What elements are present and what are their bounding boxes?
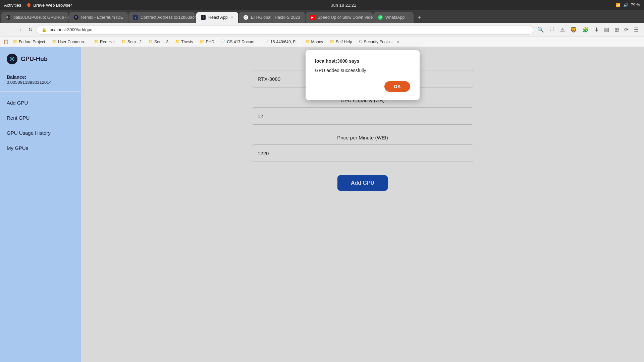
dialog-ok-button[interactable]: OK (384, 81, 410, 92)
title-bar-left: Activities Brave Web Browser (4, 3, 72, 8)
tab-bar: GH pali101/GPUHub: GPUHub - D... R Remix… (0, 10, 644, 23)
tab-close-react[interactable]: ✕ (230, 15, 233, 20)
bookmark-shield-icon: 🛡 (359, 40, 363, 44)
bookmark-label: CS 417 Docum... (227, 40, 258, 44)
download-button[interactable]: ⬇ (592, 25, 601, 34)
search-button[interactable]: 🔍 (535, 25, 546, 34)
menu-button[interactable]: ☰ (632, 25, 641, 34)
bookmark-folder-icon: 📁 (200, 40, 204, 44)
bookmarks-more[interactable]: » (397, 39, 399, 44)
bookmark-label: Security Engin... (364, 40, 393, 44)
tab-remix[interactable]: R Remix - Ethereum IDE (69, 12, 128, 23)
balance-value: 0.00509118830312014 (7, 80, 74, 85)
tab-youtube[interactable]: ▶ Speed Up or Slow Down Vide... (306, 12, 373, 23)
tab-whatsapp[interactable]: W WhatsApp (373, 12, 414, 23)
bookmark-phd[interactable]: 📁 PHD (197, 39, 217, 45)
brave-icon (26, 3, 31, 7)
browser-name: Brave Web Browser (26, 3, 72, 8)
history-button[interactable]: ⟳ (622, 25, 631, 34)
app-container: GPU-Hub Balance: 0.00509118830312014 Add… (0, 47, 644, 362)
bookmark-fedora[interactable]: 📁 Fedora Project (10, 39, 48, 45)
tab-label-github: pali101/GPUHub: GPUHub - D... (13, 15, 68, 20)
bookmark-folder-icon: 📁 (52, 40, 57, 44)
bookmarks-icon: 📋 (3, 39, 9, 44)
dialog-overlay: localhost:3000 says GPU added successful… (81, 47, 644, 362)
bookmark-folder-icon: 📁 (148, 40, 153, 44)
reload-button[interactable]: ↻ (26, 25, 35, 34)
sidebar-item-rent-gpu[interactable]: Rent GPU (0, 110, 81, 125)
tab-label-etherscan: Contract Address 0x12b63ac4... (141, 15, 196, 20)
bookmark-label: Moocs (311, 40, 323, 44)
datetime: Jun 18 21:21 (331, 3, 356, 8)
tab-label-react: React App (208, 15, 228, 20)
zoom-button[interactable]: ⊞ (612, 25, 621, 34)
ethglobal-favicon: ⬡ (244, 15, 248, 20)
bookmark-sem3[interactable]: 📁 Sem - 3 (146, 39, 171, 45)
battery-indicator: 79 % (631, 3, 640, 7)
sidebar-toggle-button[interactable]: ▤ (602, 25, 611, 34)
bookmark-sem2[interactable]: 📁 Sem - 2 (119, 39, 144, 45)
bookmark-folder-icon: 📁 (305, 40, 310, 44)
balance-section: Balance: 0.00509118830312014 (0, 71, 81, 92)
main-content: GPU Model GPU Capacity (GB) Price per Mi… (81, 47, 644, 362)
gpu-hub-logo-icon (9, 56, 15, 62)
dialog-box: localhost:3000 says GPU added successful… (306, 50, 420, 100)
github-favicon: GH (6, 15, 11, 20)
bookmark-redhat[interactable]: 📁 Red Hat (91, 39, 117, 45)
bookmark-doc-icon: 📄 (264, 40, 269, 44)
app-title: GPU-Hub (21, 56, 48, 63)
bookmark-label: Fedora Project (19, 40, 45, 44)
tab-label-remix: Remix - Ethereum IDE (81, 15, 123, 20)
bookmark-cs417[interactable]: 📄 CS 417 Docum... (218, 39, 260, 45)
bookmark-label: Red Hat (100, 40, 115, 44)
bookmark-folder-icon: 📁 (330, 40, 334, 44)
balance-label: Balance: (7, 74, 74, 80)
bookmark-folder-icon: 📁 (121, 40, 126, 44)
warning-button[interactable]: ⚠ (558, 25, 567, 34)
tab-ethglobal[interactable]: ⬡ ETHGlobal | HackFS 2023 (239, 12, 305, 23)
bookmark-15440[interactable]: 📄 15-440/640, F... (262, 39, 301, 45)
tab-label-youtube: Speed Up or Slow Down Vide... (318, 15, 373, 20)
bookmark-thesis[interactable]: 📁 Thesis (172, 39, 196, 45)
dialog-message: GPU added successfully (315, 68, 410, 73)
sidebar-item-gpu-usage-history[interactable]: GPU Usage History (0, 125, 81, 140)
bookmark-doc-icon: 📄 (221, 40, 226, 44)
tab-react-app[interactable]: ⚛ React App ✕ (196, 12, 238, 23)
bookmark-label: Sem - 2 (127, 40, 142, 44)
sidebar-item-add-gpu[interactable]: Add GPU (0, 95, 81, 110)
forward-button[interactable]: → (15, 25, 24, 34)
dialog-footer: OK (315, 81, 410, 92)
bookmark-self-help[interactable]: 📁 Self Help (327, 39, 355, 45)
tab-github[interactable]: GH pali101/GPUHub: GPUHub - D... (1, 12, 68, 23)
new-tab-button[interactable]: + (414, 12, 425, 23)
volume-icon: 🔊 (623, 3, 628, 7)
extensions-button[interactable]: 🧩 (580, 25, 591, 34)
bookmark-security[interactable]: 🛡 Security Engin... (356, 39, 396, 45)
bookmark-label: PHD (206, 40, 214, 44)
svg-point-1 (11, 58, 13, 60)
app-logo (7, 54, 17, 64)
bookmarks-bar: 📋 📁 Fedora Project 📁 User Commun... 📁 Re… (0, 37, 644, 47)
wifi-icon: 📶 (615, 3, 621, 7)
lock-icon: 🔒 (42, 27, 47, 32)
url-bar[interactable]: 🔒 localhost:3000/addgpu (37, 25, 533, 35)
sidebar-item-my-gpus[interactable]: My GPUs (0, 140, 81, 156)
shield-button[interactable]: 🛡 (547, 25, 557, 34)
bookmark-user-commun[interactable]: 📁 User Commun... (49, 39, 90, 45)
sidebar-nav: Add GPU Rent GPU GPU Usage History My GP… (0, 95, 81, 156)
back-button[interactable]: ← (3, 25, 13, 34)
title-bar: Activities Brave Web Browser Jun 18 21:2… (0, 0, 644, 10)
youtube-favicon: ▶ (310, 15, 315, 20)
status-bar: 📶 🔊 79 % (615, 3, 640, 7)
bookmark-label: 15-440/640, F... (270, 40, 298, 44)
bookmark-moocs[interactable]: 📁 Moocs (303, 39, 326, 45)
tab-label-ethglobal: ETHGlobal | HackFS 2023 (251, 15, 300, 20)
sidebar: GPU-Hub Balance: 0.00509118830312014 Add… (0, 47, 81, 362)
tab-etherscan[interactable]: E Contract Address 0x12b63ac4... (128, 12, 196, 23)
etherscan-favicon: E (133, 15, 138, 20)
brave-rewards-button[interactable]: 🦁 (568, 25, 579, 34)
bookmark-label: Self Help (336, 40, 352, 44)
bookmark-label: User Commun... (58, 40, 87, 44)
dialog-title: localhost:3000 says (315, 58, 410, 64)
sidebar-header: GPU-Hub (0, 54, 81, 71)
